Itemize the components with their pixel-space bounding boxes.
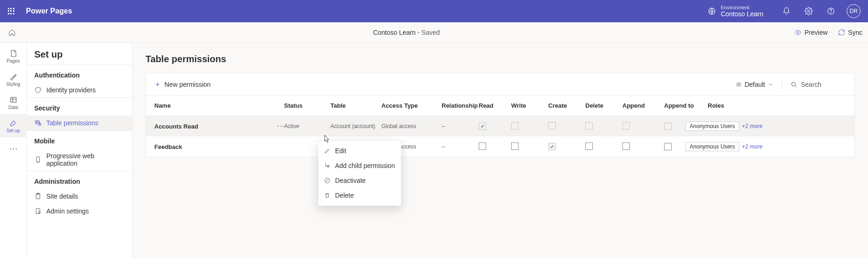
append-to-checkbox[interactable] (664, 143, 672, 150)
sidenav-item-site-details[interactable]: Site details (27, 189, 132, 204)
sidenav-item-admin-settings[interactable]: Admin settings (27, 204, 132, 219)
shield-icon (34, 86, 42, 94)
sidenav-item-pwa[interactable]: Progressive web application (27, 148, 132, 171)
app-launcher-icon[interactable] (4, 4, 19, 19)
ellipsis-icon (277, 125, 284, 127)
create-checkbox[interactable] (548, 143, 556, 150)
sidenav-item-label: Identity providers (46, 86, 96, 94)
rail-data[interactable]: Data (0, 91, 27, 114)
svg-point-1 (808, 10, 810, 13)
ctx-delete[interactable]: Delete (318, 188, 401, 203)
group-administration: Administration (27, 171, 132, 189)
brush-icon (9, 72, 18, 81)
permissions-panel: New permission Default Search (146, 73, 855, 157)
append-to-checkbox[interactable] (664, 123, 672, 130)
svg-point-12 (38, 161, 38, 161)
svg-point-6 (10, 148, 11, 149)
pencil-icon (324, 148, 330, 154)
home-button[interactable] (6, 26, 19, 39)
search-icon (791, 81, 797, 88)
left-rail: Pages Styling Data Set up (0, 43, 27, 258)
append-checkbox[interactable] (622, 142, 630, 150)
view-dropdown[interactable]: Default (735, 81, 773, 88)
table-row[interactable]: Accounts Read Active Account (account) G… (146, 116, 855, 136)
sidenav-item-label: Site details (46, 193, 78, 200)
preview-button[interactable]: Preview (794, 29, 828, 36)
sync-icon (838, 29, 845, 36)
ctx-add-child[interactable]: Add child permission (318, 158, 401, 173)
table-icon (9, 96, 18, 104)
create-checkbox[interactable] (548, 122, 556, 129)
add-child-icon (324, 162, 330, 169)
read-checkbox[interactable] (479, 142, 486, 150)
sliders-icon (34, 207, 42, 215)
group-authentication: Authentication (27, 65, 132, 83)
ban-icon (324, 177, 330, 184)
sync-button[interactable]: Sync (838, 29, 862, 36)
content-area: Table permissions New permission Default (133, 43, 868, 258)
svg-point-17 (792, 82, 795, 86)
context-menu: Edit Add child permission Deactivate Del… (318, 140, 401, 206)
ellipsis-icon (9, 148, 18, 150)
svg-point-7 (13, 148, 13, 149)
ctx-deactivate[interactable]: Deactivate (318, 173, 401, 188)
saved-status: - Saved (416, 29, 440, 36)
read-checkbox[interactable] (479, 123, 486, 130)
environment-label: Environment (721, 5, 763, 11)
page-icon (9, 49, 18, 58)
global-header: Power Pages Environment Contoso Learn DR (0, 0, 868, 22)
environment-name: Contoso Learn (721, 10, 763, 18)
row-name: Feedback (154, 143, 247, 150)
svg-rect-5 (11, 97, 16, 102)
rail-more[interactable] (0, 137, 27, 161)
svg-point-18 (278, 126, 279, 127)
svg-point-3 (831, 13, 831, 13)
notifications-icon[interactable] (776, 0, 797, 22)
svg-point-19 (280, 126, 281, 127)
site-title: Contoso Learn - Saved (24, 29, 789, 36)
page-title: Table permissions (146, 54, 855, 64)
command-bar: Contoso Learn - Saved Preview Sync (0, 22, 868, 43)
list-icon (735, 81, 742, 88)
rail-setup[interactable]: Set up (0, 114, 27, 137)
ctx-edit[interactable]: Edit (318, 143, 401, 158)
row-name: Accounts Read (154, 123, 247, 130)
eye-icon (794, 29, 802, 36)
table-lock-icon (34, 119, 42, 127)
table-row[interactable]: Feedback k (feedback) Global access -- A… (146, 136, 855, 157)
side-nav: Set up Authentication Identity providers… (27, 43, 133, 258)
new-permission-button[interactable]: New permission (154, 81, 211, 88)
wrench-icon (9, 119, 18, 127)
user-avatar[interactable]: DR (847, 4, 861, 18)
settings-icon[interactable] (798, 0, 819, 22)
sidenav-title: Set up (27, 43, 132, 64)
divider (782, 79, 782, 90)
sidenav-item-identity-providers[interactable]: Identity providers (27, 83, 132, 97)
sidenav-item-label: Admin settings (46, 207, 89, 215)
rail-pages[interactable]: Pages (0, 45, 27, 68)
trash-icon (324, 192, 330, 199)
search-input[interactable]: Search (791, 81, 846, 88)
roles-more[interactable]: +2 more (742, 143, 762, 150)
rail-styling[interactable]: Styling (0, 68, 27, 91)
row-more-button[interactable] (247, 125, 284, 127)
globe-icon (708, 7, 716, 15)
table-header: Name Status Table Access Type Relationsh… (146, 96, 855, 116)
delete-checkbox[interactable] (585, 142, 593, 150)
svg-rect-9 (36, 121, 39, 124)
append-checkbox[interactable] (622, 122, 630, 129)
write-checkbox[interactable] (511, 122, 519, 129)
sidenav-item-label: Table permissions (46, 119, 98, 127)
clipboard-icon (34, 193, 42, 200)
sidenav-item-label: Progressive web application (46, 152, 125, 167)
svg-point-8 (15, 148, 16, 149)
role-chip: Anonymous Users (685, 122, 739, 131)
delete-checkbox[interactable] (585, 122, 593, 129)
environment-picker[interactable]: Environment Contoso Learn (708, 5, 774, 18)
svg-point-20 (282, 126, 283, 127)
roles-more[interactable]: +2 more (742, 123, 762, 129)
phone-icon (34, 156, 42, 163)
sidenav-item-table-permissions[interactable]: Table permissions (27, 116, 132, 130)
help-icon[interactable] (821, 0, 841, 22)
write-checkbox[interactable] (511, 142, 519, 150)
